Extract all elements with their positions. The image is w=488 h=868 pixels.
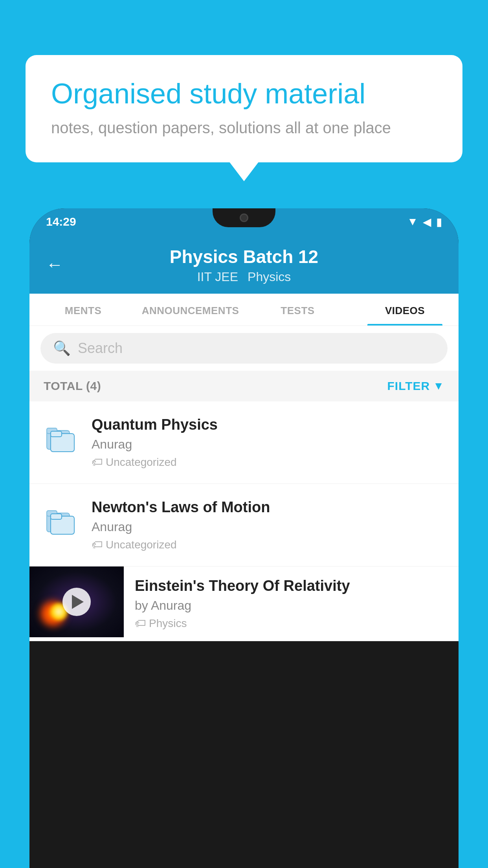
speech-bubble-container: Organised study material notes, question…: [26, 55, 462, 162]
folder-icon-2: [44, 502, 79, 537]
tab-tests-label: TESTS: [281, 305, 314, 316]
tab-ments[interactable]: MENTS: [29, 294, 137, 326]
tag-text-1: Uncategorized: [106, 456, 177, 469]
tab-announcements-label: ANNOUNCEMENTS: [142, 305, 239, 316]
phone-frame: 14:29 ▼ ◀ ▮ ← Physics Batch 12 IIT JEE P…: [29, 208, 459, 868]
app-header: ← Physics Batch 12 IIT JEE Physics: [29, 235, 459, 294]
video-item-content: Einstein's Theory Of Relativity by Anura…: [124, 566, 459, 641]
list-item-author-1: Anurag: [92, 437, 444, 452]
tab-bar: MENTS ANNOUNCEMENTS TESTS VIDEOS: [29, 294, 459, 326]
list-item-author-2: Anurag: [92, 520, 444, 534]
list-item-content-2: Newton's Laws of Motion Anurag 🏷 Uncateg…: [92, 499, 444, 551]
back-button[interactable]: ←: [46, 255, 63, 274]
tag-icon-2: 🏷: [92, 538, 103, 551]
tab-videos[interactable]: VIDEOS: [351, 294, 459, 326]
list-item-2[interactable]: Newton's Laws of Motion Anurag 🏷 Uncateg…: [29, 484, 459, 566]
folder-icon-1: [44, 419, 79, 455]
tab-announcements[interactable]: ANNOUNCEMENTS: [137, 294, 244, 326]
list-item-title-1: Quantum Physics: [92, 416, 444, 433]
video-tag-text: Physics: [149, 617, 187, 630]
search-bar[interactable]: 🔍 Search: [40, 333, 448, 364]
app-content: 🔍 Search TOTAL (4) FILTER ▼: [29, 326, 459, 641]
header-title: Physics Batch 12: [170, 246, 318, 267]
camera-icon: [240, 213, 248, 222]
play-icon: [72, 595, 84, 609]
search-icon: 🔍: [53, 340, 71, 357]
tab-ments-label: MENTS: [65, 305, 102, 316]
list-item-title-2: Newton's Laws of Motion: [92, 499, 444, 516]
list-item-content-1: Quantum Physics Anurag 🏷 Uncategorized: [92, 416, 444, 469]
list-item-tag-2: 🏷 Uncategorized: [92, 538, 444, 551]
header-subtitle-part1: IIT JEE: [197, 270, 238, 284]
wifi-icon: ▼: [407, 215, 418, 228]
filter-button[interactable]: FILTER ▼: [387, 379, 444, 393]
header-subtitle: IIT JEE Physics: [197, 270, 291, 284]
video-item-title: Einstein's Theory Of Relativity: [135, 577, 448, 594]
svg-rect-7: [51, 514, 62, 519]
list-item[interactable]: Quantum Physics Anurag 🏷 Uncategorized: [29, 401, 459, 484]
search-bar-container: 🔍 Search: [29, 326, 459, 371]
speech-bubble: Organised study material notes, question…: [26, 55, 462, 162]
video-tag-icon: 🏷: [135, 617, 146, 630]
header-subtitle-part2: Physics: [248, 270, 291, 284]
filter-label: FILTER: [387, 379, 430, 393]
total-row: TOTAL (4) FILTER ▼: [29, 371, 459, 401]
video-item-tag: 🏷 Physics: [135, 617, 448, 630]
status-icons: ▼ ◀ ▮: [407, 215, 442, 228]
total-count: TOTAL (4): [44, 379, 101, 393]
speech-bubble-title: Organised study material: [51, 77, 437, 110]
tag-icon-1: 🏷: [92, 456, 103, 469]
status-bar: 14:29 ▼ ◀ ▮: [29, 208, 459, 235]
list-item-tag-1: 🏷 Uncategorized: [92, 456, 444, 469]
filter-icon: ▼: [433, 380, 444, 392]
status-time: 14:29: [46, 215, 76, 228]
notch: [213, 208, 275, 227]
play-button[interactable]: [62, 588, 91, 616]
signal-icon: ◀: [423, 215, 431, 228]
tag-text-2: Uncategorized: [106, 539, 177, 551]
battery-icon: ▮: [436, 215, 442, 228]
speech-bubble-subtitle: notes, question papers, solutions all at…: [51, 119, 437, 137]
video-item[interactable]: Einstein's Theory Of Relativity by Anura…: [29, 566, 459, 641]
list-container: Quantum Physics Anurag 🏷 Uncategorized: [29, 401, 459, 641]
video-thumbnail: [29, 566, 124, 637]
tab-tests[interactable]: TESTS: [244, 294, 351, 326]
video-item-author: by Anurag: [135, 598, 448, 613]
search-placeholder: Search: [78, 340, 123, 357]
tab-videos-label: VIDEOS: [385, 305, 425, 316]
svg-rect-3: [51, 431, 62, 437]
